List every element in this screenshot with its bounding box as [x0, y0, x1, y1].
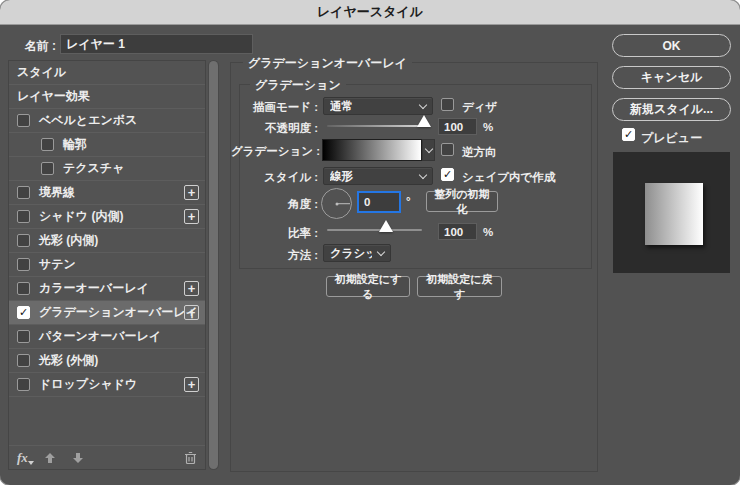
- sidebar-item-2[interactable]: ベベルとエンボス: [9, 109, 205, 133]
- effect-checkbox[interactable]: [17, 234, 30, 247]
- sidebar-item-10[interactable]: グラデーションオーバーレイ+: [9, 301, 205, 325]
- effect-checkbox[interactable]: [17, 330, 30, 343]
- dither-checkbox[interactable]: [441, 98, 454, 111]
- effect-checkbox[interactable]: [41, 162, 54, 175]
- chevron-down-icon: [424, 145, 432, 153]
- blend-mode-select[interactable]: 通常: [323, 97, 433, 115]
- sidebar-item-1[interactable]: レイヤー効果: [9, 85, 205, 109]
- new-style-button[interactable]: 新規スタイル...: [612, 98, 731, 121]
- effects-sidebar: スタイルレイヤー効果ベベルとエンボス輪郭テクスチャ境界線+シャドウ (内側)+光…: [8, 60, 206, 470]
- angle-label: 角度 :: [231, 197, 318, 212]
- angle-needle: [337, 203, 350, 205]
- angle-dial[interactable]: [321, 188, 352, 219]
- effect-checkbox[interactable]: [17, 354, 30, 367]
- style-value: 線形: [330, 169, 414, 184]
- effect-checkbox[interactable]: [17, 210, 30, 223]
- dialog-titlebar[interactable]: レイヤースタイル: [0, 0, 740, 25]
- sidebar-item-6[interactable]: シャドウ (内側)+: [9, 205, 205, 229]
- effect-label: 境界線: [39, 184, 75, 201]
- chevron-down-icon: [419, 100, 427, 108]
- chevron-down-icon: [419, 170, 427, 178]
- reset-alignment-button[interactable]: 整列の初期化: [426, 191, 498, 212]
- angle-unit: °: [406, 195, 411, 207]
- sidebar-item-13[interactable]: ドロップシャドウ+: [9, 373, 205, 397]
- effect-checkbox[interactable]: [17, 258, 30, 271]
- opacity-unit: %: [483, 121, 493, 133]
- effect-label: ドロップシャドウ: [39, 376, 137, 393]
- opacity-slider-thumb[interactable]: [417, 115, 431, 127]
- group-title: グラデーション: [250, 77, 346, 94]
- add-effect-button[interactable]: +: [184, 281, 199, 296]
- gradient-overlay-panel: グラデーションオーバーレイ グラデーション 描画モード : 通常 ディザ 不透明…: [230, 62, 598, 472]
- opacity-input[interactable]: [438, 118, 477, 135]
- delete-effect-icon[interactable]: [184, 451, 197, 465]
- sidebar-item-0[interactable]: スタイル: [9, 61, 205, 85]
- style-select[interactable]: 線形: [323, 167, 433, 185]
- ok-button[interactable]: OK: [612, 34, 731, 57]
- make-default-button[interactable]: 初期設定にする: [326, 276, 410, 297]
- panel-title: グラデーションオーバーレイ: [243, 55, 412, 72]
- scale-label: 比率 :: [231, 226, 318, 241]
- effect-label: テクスチャ: [63, 160, 124, 177]
- style-label: スタイル :: [231, 170, 318, 185]
- gradient-picker-button[interactable]: [422, 139, 435, 161]
- opacity-label: 不透明度 :: [231, 121, 318, 136]
- gradient-swatch[interactable]: [322, 139, 422, 161]
- sidebar-footer: fx: [9, 445, 205, 469]
- sidebar-item-11[interactable]: パターンオーバーレイ: [9, 325, 205, 349]
- blend-mode-value: 通常: [330, 99, 414, 114]
- cancel-button[interactable]: キャンセル: [612, 66, 731, 89]
- add-effect-button[interactable]: +: [184, 185, 199, 200]
- move-down-icon[interactable]: [72, 452, 84, 464]
- preview-label: プレビュー: [641, 130, 702, 147]
- angle-input[interactable]: [357, 191, 401, 213]
- scale-slider-track[interactable]: [327, 229, 422, 231]
- effect-checkbox[interactable]: [17, 114, 30, 127]
- sidebar-item-4[interactable]: テクスチャ: [9, 157, 205, 181]
- effect-label: パターンオーバーレイ: [39, 328, 161, 345]
- effect-label: スタイル: [17, 64, 66, 81]
- effect-label: シャドウ (内側): [39, 208, 123, 225]
- sidebar-item-3[interactable]: 輪郭: [9, 133, 205, 157]
- method-value: クラシック: [330, 246, 372, 261]
- effect-checkbox[interactable]: [17, 282, 30, 295]
- effects-list: スタイルレイヤー効果ベベルとエンボス輪郭テクスチャ境界線+シャドウ (内側)+光…: [9, 61, 205, 397]
- preview-swatch: [613, 152, 730, 273]
- effect-label: 輪郭: [63, 136, 87, 153]
- effect-checkbox[interactable]: [17, 378, 30, 391]
- effect-checkbox[interactable]: [17, 306, 30, 319]
- add-effect-button[interactable]: +: [184, 209, 199, 224]
- add-effect-button[interactable]: +: [184, 377, 199, 392]
- reverse-checkbox[interactable]: [441, 143, 454, 156]
- scrollbar-thumb[interactable]: [209, 61, 218, 469]
- method-select[interactable]: クラシック: [323, 244, 391, 262]
- effect-label: 光彩 (外側): [39, 352, 98, 369]
- sidebar-item-7[interactable]: 光彩 (内側): [9, 229, 205, 253]
- layer-name-input[interactable]: [60, 34, 253, 54]
- angle-center-dot: [335, 202, 338, 205]
- name-label: 名前 :: [16, 38, 56, 55]
- reset-default-button[interactable]: 初期設定に戻す: [417, 276, 502, 297]
- sidebar-item-12[interactable]: 光彩 (外側): [9, 349, 205, 373]
- sidebar-item-5[interactable]: 境界線+: [9, 181, 205, 205]
- effect-label: カラーオーバーレイ: [39, 280, 149, 297]
- scale-unit: %: [483, 226, 493, 238]
- chevron-down-icon: [377, 247, 385, 255]
- scale-input[interactable]: [438, 223, 477, 240]
- method-label: 方法 :: [231, 248, 318, 263]
- align-with-shape-checkbox[interactable]: [441, 168, 454, 181]
- effect-checkbox[interactable]: [41, 138, 54, 151]
- sidebar-item-8[interactable]: サテン: [9, 253, 205, 277]
- fx-menu-icon[interactable]: fx: [17, 450, 28, 466]
- sidebar-item-9[interactable]: カラーオーバーレイ+: [9, 277, 205, 301]
- move-up-icon[interactable]: [44, 452, 56, 464]
- effect-checkbox[interactable]: [17, 186, 30, 199]
- dialog-title: レイヤースタイル: [317, 3, 423, 21]
- dither-label: ディザ: [462, 100, 497, 115]
- sidebar-scrollbar[interactable]: [208, 60, 219, 470]
- opacity-slider-track[interactable]: [327, 125, 429, 127]
- effect-label: ベベルとエンボス: [39, 112, 137, 129]
- add-effect-button[interactable]: +: [184, 305, 199, 320]
- scale-slider-thumb[interactable]: [379, 220, 393, 232]
- preview-checkbox[interactable]: [622, 128, 635, 141]
